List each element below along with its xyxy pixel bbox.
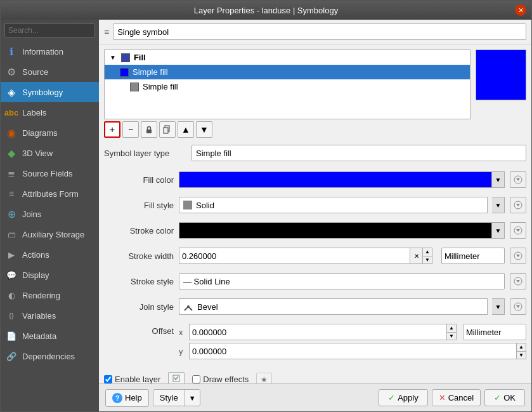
fill-style-label: Fill style [104, 201, 174, 210]
sidebar-item-label: Display [22, 270, 49, 280]
symbol-layer-type-select[interactable]: Simple fill [191, 145, 526, 161]
stroke-style-select[interactable]: — Solid Line [179, 273, 505, 289]
sidebar-item-joins[interactable]: ⊕ Joins [1, 204, 99, 224]
svg-rect-2 [164, 128, 168, 133]
symbol-type-dropdown[interactable]: Single symbol [113, 23, 526, 40]
sidebar-item-label: Metadata [22, 331, 56, 341]
enable-layer-data-button[interactable] [168, 372, 185, 383]
sidebar-item-auxiliarystorage[interactable]: 🗃 Auxiliary Storage [1, 224, 99, 244]
sidebar-item-label: Actions [22, 250, 49, 260]
fill-color-swatch-large [179, 172, 491, 187]
draw-effects-star-button[interactable]: ★ [256, 373, 272, 384]
tree-toolbar: + − [104, 119, 470, 140]
stroke-color-data-button[interactable] [510, 222, 526, 239]
search-box [1, 20, 99, 41]
3dview-icon: ◆ [6, 147, 17, 159]
offset-x-spinners: ▲ ▼ [446, 324, 457, 340]
fill-color-arrow: ▼ [491, 172, 504, 187]
sidebar-item-source[interactable]: ⚙ Source [1, 62, 99, 82]
sidebar-item-symbology[interactable]: ◈ Symbology [1, 82, 99, 102]
fill-style-swatch [183, 201, 192, 209]
symbol-type-label: Symbol layer type [104, 149, 186, 158]
duplicate-layer-button[interactable] [159, 121, 176, 138]
draw-effects-checkbox[interactable] [192, 375, 200, 383]
sidebar-item-dependencies[interactable]: 🔗 Dependencies [1, 346, 99, 366]
sidebar-item-diagrams[interactable]: ◉ Diagrams [1, 123, 99, 143]
move-down-button[interactable]: ▼ [196, 121, 212, 138]
offset-y-down[interactable]: ▼ [517, 352, 526, 359]
ok-button[interactable]: ✓ OK [484, 389, 525, 406]
tree-item-simple-fill-2[interactable]: Simple fill [105, 79, 470, 94]
tree-item-fill[interactable]: ▼ Fill [105, 50, 470, 65]
remove-layer-button[interactable]: − [122, 121, 139, 138]
sidebar-item-label: Rendering [22, 291, 60, 300]
add-layer-button[interactable]: + [104, 121, 120, 138]
symbol-tree-section: ▼ Fill Simple fill Simple fill [104, 50, 526, 140]
fill-style-arrow[interactable]: ▼ [492, 197, 505, 213]
offset-y-up[interactable]: ▲ [517, 343, 526, 352]
main-content: ℹ Information ⚙ Source ◈ Symbology abc L… [1, 20, 531, 411]
tree-item-simple-fill-selected[interactable]: Simple fill [105, 65, 470, 79]
fill-color-data-button[interactable] [510, 171, 526, 188]
content-area: ▼ Fill Simple fill Simple fill [99, 44, 531, 383]
offset-x-up[interactable]: ▲ [447, 324, 456, 333]
sidebar-item-variables[interactable]: {} Variables [1, 305, 99, 326]
search-input[interactable] [4, 23, 95, 37]
stroke-width-input[interactable]: 0.260000 [179, 248, 410, 264]
sidebar-item-information[interactable]: ℹ Information [1, 41, 99, 62]
stroke-width-unit-select[interactable]: Millimeter [441, 248, 505, 264]
draw-effects-label[interactable]: Draw effects [192, 375, 249, 383]
stroke-color-arrow: ▼ [491, 223, 504, 238]
stroke-style-data-button[interactable] [510, 273, 526, 289]
sidebar-item-label: Auxiliary Storage [22, 230, 84, 239]
stroke-width-down[interactable]: ▼ [423, 256, 432, 264]
stroke-width-up[interactable]: ▲ [423, 248, 432, 256]
sidebar-item-metadata[interactable]: 📄 Metadata [1, 326, 99, 346]
join-style-label: Join style [104, 302, 174, 312]
display-icon: 💬 [6, 269, 17, 281]
sidebar-item-labels[interactable]: abc Labels [1, 102, 99, 123]
stroke-color-button[interactable]: ▼ [179, 222, 505, 239]
window-title: Layer Properties - landuse | Symbology [17, 6, 515, 15]
enable-layer-checkbox[interactable] [104, 375, 112, 383]
sidebar-item-rendering[interactable]: ◐ Rendering [1, 285, 99, 305]
offset-x-input[interactable]: 0.000000 [189, 324, 446, 340]
lock-layer-button[interactable] [141, 121, 157, 138]
offset-x-down[interactable]: ▼ [447, 333, 456, 340]
duplicate-icon [163, 125, 172, 134]
offset-unit-select[interactable]: Millimeter [463, 324, 526, 340]
join-style-arrow[interactable]: ▼ [492, 298, 505, 315]
apply-button[interactable]: ✓ Apply [379, 389, 428, 406]
rendering-icon: ◐ [6, 289, 17, 301]
sidebar-item-sourcefields[interactable]: ≣ Source Fields [1, 163, 99, 183]
close-button[interactable]: ✕ [515, 4, 526, 16]
fill-style-data-button[interactable] [510, 197, 526, 213]
tree-fill-label: Fill [134, 53, 146, 62]
join-style-data-button[interactable] [510, 298, 526, 315]
sidebar-item-attributesform[interactable]: ≡ Attributes Form [1, 183, 99, 204]
help-button[interactable]: ? Help [105, 389, 149, 407]
move-up-button[interactable]: ▲ [178, 121, 194, 138]
tree-column: ▼ Fill Simple fill Simple fill [104, 50, 470, 140]
stroke-width-data-button[interactable] [510, 248, 526, 264]
symbology-icon: ◈ [6, 86, 17, 98]
offset-x-input-group: 0.000000 ▲ ▼ [189, 324, 457, 340]
style-button[interactable]: Style [153, 390, 185, 406]
info-icon: ℹ [6, 46, 17, 57]
sidebar-item-display[interactable]: 💬 Display [1, 265, 99, 285]
style-dropdown-button[interactable]: ▼ [185, 390, 200, 406]
stroke-style-row: Stroke style — Solid Line [104, 273, 526, 289]
offset-y-input[interactable]: 0.000000 [189, 343, 516, 359]
sidebar-item-actions[interactable]: ▶ Actions [1, 244, 99, 265]
attributesform-icon: ≡ [6, 188, 17, 199]
fill-style-value: Solid [196, 201, 214, 210]
stroke-width-label: Stroke width [104, 251, 174, 261]
enable-layer-label[interactable]: Enable layer [104, 375, 160, 383]
stroke-width-clear[interactable]: ✕ [410, 248, 422, 264]
fill-style-select-container: Solid [179, 197, 488, 213]
sidebar-item-3dview[interactable]: ◆ 3D View [1, 143, 99, 163]
simple-fill-color-swatch-2 [130, 83, 139, 91]
symbol-layer-type-row: Symbol layer type Simple fill [104, 145, 526, 161]
fill-color-button[interactable]: ▼ [179, 171, 505, 188]
cancel-button[interactable]: ✕ Cancel [432, 389, 481, 406]
